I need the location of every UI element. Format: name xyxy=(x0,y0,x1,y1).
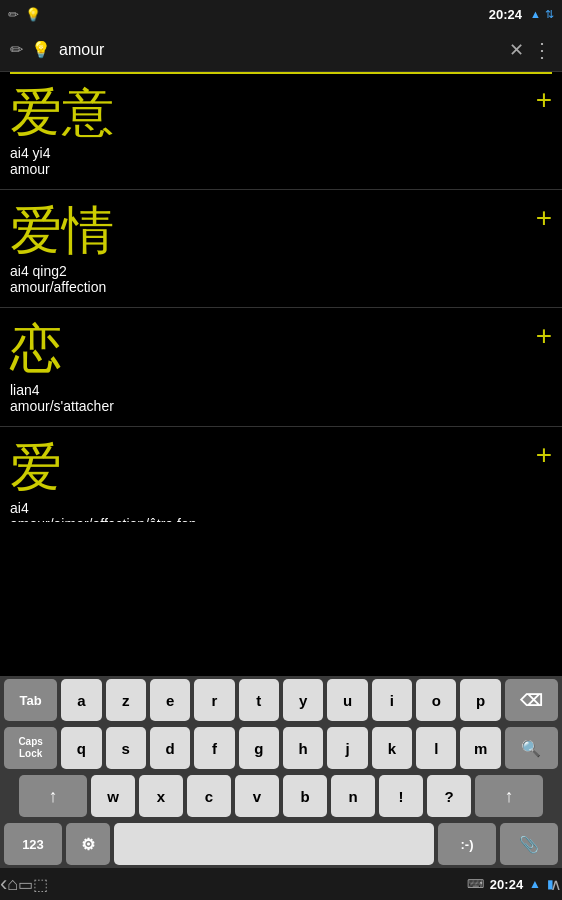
key-m[interactable]: m xyxy=(460,727,500,769)
key-g[interactable]: g xyxy=(239,727,279,769)
key-r[interactable]: r xyxy=(194,679,234,721)
key-u[interactable]: u xyxy=(327,679,367,721)
nav-bar: ‹ ⌂ ▭ ⬚ ∧ ⌨ 20:24 ▲ ▮ xyxy=(0,868,562,900)
back-nav-icon[interactable]: ‹ xyxy=(0,871,7,897)
result-item-3[interactable]: 恋 lian4 amour/s'attacher + xyxy=(0,308,562,426)
screenshot-icon[interactable]: ⬚ xyxy=(33,875,48,894)
key-z[interactable]: z xyxy=(106,679,146,721)
attach-key[interactable]: 📎 xyxy=(500,823,558,865)
plus-button-1[interactable]: + xyxy=(536,86,552,114)
key-w[interactable]: w xyxy=(91,775,135,817)
result-item-2[interactable]: 爱情 ai4 qing2 amour/affection + xyxy=(0,190,562,308)
battery-nav-icon: ▮ xyxy=(547,877,554,891)
result-item-4[interactable]: 爱 ai4 amour/aimer/affection/être fon... … xyxy=(0,427,562,522)
key-a[interactable]: a xyxy=(61,679,101,721)
key-j[interactable]: j xyxy=(327,727,367,769)
key-n[interactable]: n xyxy=(331,775,375,817)
key-x[interactable]: x xyxy=(139,775,183,817)
tab-key[interactable]: Tab xyxy=(4,679,57,721)
search-bar: ✏ 💡 ✕ ⋮ xyxy=(0,28,562,72)
right-shift-key[interactable]: ↑ xyxy=(475,775,543,817)
plus-button-4[interactable]: + xyxy=(536,441,552,469)
pencil-icon: ✏ xyxy=(8,7,19,22)
meaning-1: amour xyxy=(10,161,552,177)
search-key[interactable]: 🔍 xyxy=(505,727,558,769)
key-e[interactable]: e xyxy=(150,679,190,721)
plus-button-2[interactable]: + xyxy=(536,204,552,232)
home-nav-icon[interactable]: ⌂ xyxy=(7,874,18,895)
more-icon[interactable]: ⋮ xyxy=(532,38,552,62)
pen-icon: ✏ xyxy=(10,40,23,59)
key-h[interactable]: h xyxy=(283,727,323,769)
wifi-icon: ⇅ xyxy=(545,8,554,21)
caps-lock-key[interactable]: CapsLock xyxy=(4,727,57,769)
pinyin-4: ai4 xyxy=(10,500,552,516)
key-o[interactable]: o xyxy=(416,679,456,721)
result-item-1[interactable]: 爱意 ai4 yi4 amour + xyxy=(0,72,562,190)
status-icons-left: ✏ 💡 xyxy=(8,7,41,22)
meaning-4: amour/aimer/affection/être fon... xyxy=(10,516,552,522)
meaning-3: amour/s'attacher xyxy=(10,398,552,414)
bulb-icon: 💡 xyxy=(25,7,41,22)
signal-icon: ▲ xyxy=(530,8,541,20)
emoji-key[interactable]: :-) xyxy=(438,823,496,865)
status-time: 20:24 xyxy=(489,7,522,22)
pinyin-2: ai4 qing2 xyxy=(10,263,552,279)
key-b[interactable]: b xyxy=(283,775,327,817)
pinyin-3: lian4 xyxy=(10,382,552,398)
recent-apps-icon[interactable]: ▭ xyxy=(18,875,33,894)
nav-right: ⌨ 20:24 ▲ ▮ xyxy=(467,877,554,892)
status-icons-right: ▲ ⇅ xyxy=(530,8,554,21)
key-k[interactable]: k xyxy=(372,727,412,769)
key-i[interactable]: i xyxy=(372,679,412,721)
pinyin-1: ai4 yi4 xyxy=(10,145,552,161)
keyboard-row-4: 123 ⚙ :-) 📎 xyxy=(0,820,562,868)
key-exclaim[interactable]: ! xyxy=(379,775,423,817)
backspace-key[interactable]: ⌫ xyxy=(505,679,558,721)
key-f[interactable]: f xyxy=(194,727,234,769)
key-s[interactable]: s xyxy=(106,727,146,769)
key-question[interactable]: ? xyxy=(427,775,471,817)
keyboard-row-2: CapsLock q s d f g h j k l m 🔍 xyxy=(0,724,562,772)
key-v[interactable]: v xyxy=(235,775,279,817)
key-c[interactable]: c xyxy=(187,775,231,817)
status-bar: ✏ 💡 20:24 ▲ ⇅ xyxy=(0,0,562,28)
search-input[interactable] xyxy=(59,41,501,59)
key-d[interactable]: d xyxy=(150,727,190,769)
hanzi-2: 爱情 xyxy=(10,202,552,259)
wifi-nav-icon: ▲ xyxy=(529,877,541,891)
nav-time: 20:24 xyxy=(490,877,523,892)
numbers-key[interactable]: 123 xyxy=(4,823,62,865)
results-list: 爱意 ai4 yi4 amour + 爱情 ai4 qing2 amour/af… xyxy=(0,72,562,522)
key-y[interactable]: y xyxy=(283,679,323,721)
key-t[interactable]: t xyxy=(239,679,279,721)
keyboard-nav-icon: ⌨ xyxy=(467,877,484,891)
hanzi-1: 爱意 xyxy=(10,84,552,141)
keyboard: Tab a z e r t y u i o p ⌫ CapsLock q s d… xyxy=(0,676,562,868)
key-p[interactable]: p xyxy=(460,679,500,721)
left-shift-key[interactable]: ↑ xyxy=(19,775,87,817)
hanzi-3: 恋 xyxy=(10,320,552,377)
meaning-2: amour/affection xyxy=(10,279,552,295)
plus-button-3[interactable]: + xyxy=(536,322,552,350)
bulb-icon: 💡 xyxy=(31,40,51,59)
settings-key[interactable]: ⚙ xyxy=(66,823,110,865)
key-l[interactable]: l xyxy=(416,727,456,769)
space-key[interactable] xyxy=(114,823,434,865)
keyboard-row-3: ↑ w x c v b n ! ? ↑ xyxy=(0,772,562,820)
keyboard-row-1: Tab a z e r t y u i o p ⌫ xyxy=(0,676,562,724)
hanzi-4: 爱 xyxy=(10,439,552,496)
key-q[interactable]: q xyxy=(61,727,101,769)
close-icon[interactable]: ✕ xyxy=(509,39,524,61)
